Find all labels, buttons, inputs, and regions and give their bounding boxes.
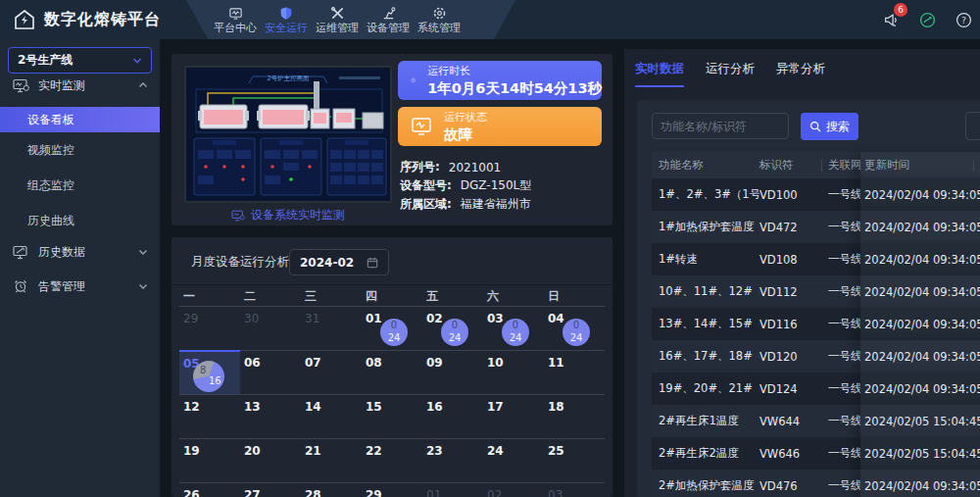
calendar-day-cell[interactable]: 17	[483, 394, 544, 438]
monitor-icon	[231, 210, 245, 222]
table-row[interactable]: 10#、11#、12#（4...VD112一号线2024/02/04 09:34…	[652, 275, 980, 308]
nav-item-safe-operation[interactable]: 安全运行	[261, 0, 312, 39]
nav-item-system-management[interactable]: 系统管理	[414, 0, 465, 39]
sidebar-item-scada-monitor[interactable]: 组态监控	[0, 171, 160, 200]
device-realtime-monitor-label: 设备系统实时监测	[251, 207, 345, 224]
calendar-day-cell[interactable]: 06	[240, 350, 301, 394]
history-data-icon	[13, 245, 29, 260]
table-row[interactable]: 16#、17#、18#（6...VD120一号线2024/02/04 09:34…	[652, 340, 980, 373]
calendar-day-cell[interactable]: 25	[544, 438, 605, 482]
app-title: 数字化熔铸平台	[44, 10, 161, 30]
nav-label: 运维管理	[316, 23, 359, 34]
connection-status-icon[interactable]	[918, 11, 936, 28]
nav-item-device-management[interactable]: 设备管理	[363, 0, 414, 39]
calendar-day-cell[interactable]: 27	[240, 482, 301, 497]
calendar-day-cell[interactable]: 13	[240, 394, 301, 438]
nav-item-platform-center[interactable]: 平台中心	[210, 0, 261, 39]
calendar-day-cell[interactable]: 08	[362, 350, 422, 394]
calendar-day-cell[interactable]: 14	[301, 394, 362, 438]
app-logo: 数字化熔铸平台	[14, 0, 161, 39]
calendar-day-number: 04	[548, 312, 564, 325]
sidebar-group-realtime-monitor[interactable]: 实时监测	[0, 73, 160, 98]
sidebar-group-label: 实时监测	[38, 77, 85, 94]
calendar-day-cell[interactable]: 11	[544, 350, 605, 394]
calendar-day-cell[interactable]: 26	[179, 482, 240, 497]
scada-preview-image[interactable]: 2号炉主控画面	[184, 66, 392, 203]
table-row[interactable]: 1#、2#、3#（1号...VD100一号线2024/02/04 09:34:0…	[652, 178, 980, 211]
calendar-day-number: 29	[366, 488, 382, 497]
tab-anomaly-analysis[interactable]: 异常分析	[776, 61, 825, 87]
sidebar-group-alarm-management[interactable]: 告警管理	[0, 273, 160, 299]
production-line-select[interactable]: 2号生产线	[8, 47, 152, 74]
calendar-day-number: 14	[305, 400, 321, 414]
cell-identifier: VD124	[760, 382, 828, 396]
calendar-day-cell[interactable]: 02	[483, 482, 544, 497]
runtime-value: 1年0月6天14时54分13秒	[427, 79, 602, 98]
calendar-day-cell[interactable]: 04024	[544, 306, 605, 350]
calendar-day-cell[interactable]: 16	[422, 394, 483, 438]
calendar-day-cell[interactable]: 20	[240, 438, 301, 482]
calendar-day-cell[interactable]: 22	[362, 438, 422, 482]
secondary-input-partial[interactable]	[965, 112, 980, 140]
search-button[interactable]: 搜索	[801, 113, 858, 140]
month-picker[interactable]: 2024-02	[289, 249, 389, 275]
table-row[interactable]: 2#再生床1温度VW644一号线2024/02/05 15:04:45	[652, 405, 980, 437]
calendar-day-cell[interactable]: 01024	[362, 306, 422, 350]
tab-realtime-data[interactable]: 实时数据	[635, 61, 684, 87]
cell-updated-time: 2024/02/05 15:04:45	[860, 405, 980, 437]
cell-gateway: 一号线	[828, 414, 860, 428]
calendar-day-number: 21	[305, 444, 321, 458]
calendar-day-cell[interactable]: 15	[362, 394, 422, 438]
search-button-label: 搜索	[826, 119, 850, 135]
run-hours-pie: 024	[441, 319, 468, 346]
calendar-day-cell[interactable]: 28	[301, 482, 362, 497]
weekday-label: 日	[544, 288, 605, 306]
announcement-icon[interactable]: 6	[882, 11, 900, 28]
calendar-day-cell[interactable]: 29	[179, 306, 240, 350]
cell-identifier: VW644	[760, 415, 828, 428]
chevron-down-icon	[138, 281, 148, 291]
calendar-day-cell[interactable]: 23	[422, 438, 483, 482]
calendar-day-cell[interactable]: 19	[179, 438, 240, 482]
calendar-day-cell[interactable]: 05816	[179, 350, 240, 394]
run-hours-pie: 024	[563, 319, 590, 346]
calendar-day-cell[interactable]: 21	[301, 438, 362, 482]
device-model-label: 设备型号:	[400, 177, 452, 194]
calendar-day-number: 10	[487, 356, 504, 370]
calendar-day-cell[interactable]: 01	[422, 482, 483, 497]
calendar-day-cell[interactable]: 29	[362, 482, 422, 497]
calendar-day-cell[interactable]: 07	[301, 350, 362, 394]
sidebar-item-device-board[interactable]: 设备看板	[0, 107, 160, 132]
calendar-day-cell[interactable]: 03	[544, 482, 605, 497]
calendar-day-cell[interactable]: 31	[301, 306, 362, 350]
calendar-day-number: 16	[426, 400, 443, 414]
calendar-day-cell[interactable]: 10	[483, 350, 544, 394]
cell-function-name: 16#、17#、18#（6...	[652, 349, 760, 364]
nav-item-ops-management[interactable]: 运维管理	[312, 0, 363, 39]
table-row[interactable]: 19#、20#、21#（7...VD124一号线2024/02/04 09:34…	[652, 373, 980, 405]
calendar-day-cell[interactable]: 30	[240, 306, 301, 350]
calendar-day-cell[interactable]: 18	[544, 394, 605, 438]
tab-run-analysis[interactable]: 运行分析	[706, 61, 755, 87]
table-row[interactable]: 2#再生床2温度VW646一号线2024/02/05 15:04:45	[652, 437, 980, 470]
calendar-day-cell[interactable]: 09	[422, 350, 483, 394]
table-header-row: 功能名称 标识符 关联网关 更新时间	[652, 152, 980, 178]
table-row[interactable]: 1#加热保护套温度VD472一号线2024/02/04 09:34:05	[652, 211, 980, 243]
calendar-day-cell[interactable]: 02024	[422, 306, 483, 350]
svg-text:2号炉主控画面: 2号炉主控画面	[267, 75, 310, 82]
calendar-day-cell[interactable]: 12	[179, 394, 240, 438]
table-row[interactable]: 1#转速VD108一号线2024/02/04 09:34:05	[652, 243, 980, 275]
sidebar-item-history-curve[interactable]: 历史曲线	[0, 206, 160, 235]
table-row[interactable]: 13#、14#、15#（5...VD116一号线2024/02/04 09:34…	[652, 308, 980, 340]
table-row[interactable]: 2#加热保护套温度VD476一号线2024/02/04 09:34:05	[652, 470, 980, 497]
calendar-day-cell[interactable]: 24	[483, 438, 544, 482]
runtime-label: 运行时长	[427, 64, 602, 78]
notification-badge: 6	[894, 3, 907, 17]
sidebar-group-history-data[interactable]: 历史数据	[0, 239, 160, 265]
device-realtime-monitor-link[interactable]: 设备系统实时监测	[184, 207, 392, 224]
sidebar-item-video-monitor[interactable]: 视频监控	[0, 135, 160, 165]
help-icon[interactable]: ?	[955, 11, 972, 28]
calendar-day-cell[interactable]: 03024	[483, 306, 544, 350]
search-input[interactable]	[652, 113, 789, 139]
sidebar-item-label: 组态监控	[27, 177, 74, 194]
